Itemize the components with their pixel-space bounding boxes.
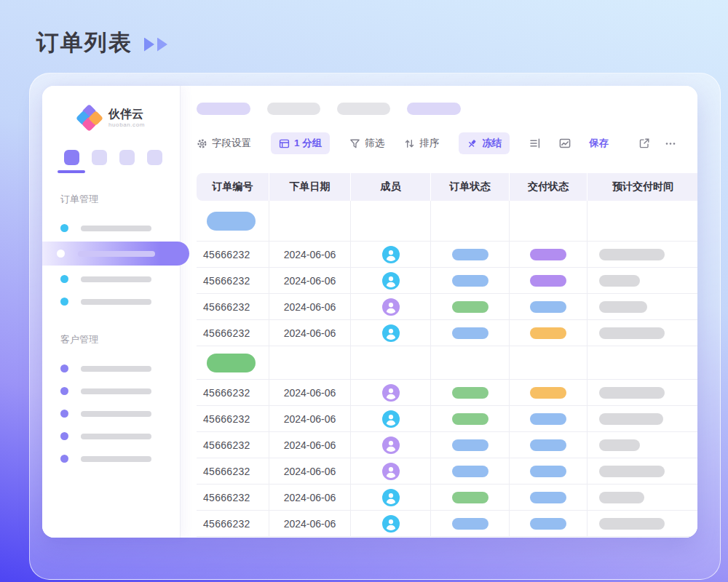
order-no-cell: 45666232 [197,406,269,431]
table-row[interactable]: 456662322024-06-06 [197,485,697,511]
delivery-status-badge [530,439,566,451]
order-date-cell: 2024-06-06 [269,485,351,510]
order-date-cell: 2024-06-06 [269,511,351,536]
order-no-cell: 45666232 [197,294,269,319]
group-button[interactable]: 1 分组 [271,132,330,154]
column-header-5[interactable]: 交付状态 [510,173,587,201]
more-button[interactable] [664,137,677,149]
workspace-tab-2[interactable] [92,150,107,165]
row-height-icon [529,137,541,149]
member-cell [351,511,431,536]
delivery-status-cell [510,458,587,484]
delivery-time-placeholder [599,466,665,477]
delivery-status-cell [510,432,587,458]
table-row[interactable]: 456662322024-06-06 [197,242,697,268]
order-no-cell: 45666232 [197,268,269,293]
workspace-tab-1[interactable] [64,150,79,165]
sidebar-section-label: 客户管理 [60,333,180,346]
table-row[interactable]: 456662322024-06-06 [197,511,697,537]
view-tab-3[interactable] [337,103,390,115]
delivery-time-cell [587,380,697,405]
delivery-status-cell [510,242,587,267]
sidebar-nav: 订单管理客户管理 [42,193,180,470]
sidebar-item[interactable] [42,268,180,290]
group-cell [351,346,431,379]
save-button[interactable]: 保存 [589,137,609,150]
column-header-4[interactable]: 订单状态 [431,173,510,201]
filter-button[interactable]: 筛选 [349,137,384,150]
brand-logo: 伙伴云 huoban.com [42,86,180,130]
group-badge[interactable] [207,212,256,231]
order-date-cell: 2024-06-06 [269,380,351,405]
sidebar-item-dot-icon [57,250,65,258]
view-tab-4[interactable] [407,103,461,115]
order-date-cell: 2024-06-06 [269,268,351,293]
sidebar-item[interactable] [42,447,180,470]
delivery-status-badge [530,466,566,477]
sidebar-item[interactable] [42,357,180,380]
order-no-cell: 45666232 [197,432,269,458]
workspace-tab-3[interactable] [119,150,135,165]
delivery-time-cell [587,406,697,431]
freeze-button[interactable]: 冻结 [459,132,510,154]
column-header-3[interactable]: 成员 [351,173,431,201]
delivery-time-placeholder [599,413,663,425]
order-status-badge [452,518,488,530]
group-cell [197,201,269,241]
delivery-status-badge [530,249,566,260]
sidebar-item-dot-icon [60,364,68,372]
column-header-1[interactable]: 订单编号 [197,173,269,201]
column-header-6[interactable]: 预计交付时间 [587,173,697,201]
view-tab-1[interactable] [197,103,250,115]
sidebar-item[interactable] [42,217,180,239]
sidebar-item-dot-icon [60,224,68,232]
table-row[interactable]: 456662322024-06-06 [197,320,697,346]
group-cell [197,346,269,379]
view-tabs [197,103,697,115]
sort-icon [404,138,415,149]
sidebar-item-label-placeholder [81,434,151,439]
sidebar-item[interactable] [42,380,180,402]
delivery-time-placeholder [599,275,640,287]
title-arrows-icon [144,38,167,52]
table-row[interactable]: 456662322024-06-06 [197,294,697,320]
share-button[interactable] [638,137,650,149]
sidebar-item[interactable] [42,425,180,447]
order-date-cell: 2024-06-06 [269,406,351,431]
member-avatar-icon [382,384,400,402]
delivery-time-cell [587,432,697,458]
chart-view-button[interactable] [559,137,571,149]
delivery-time-placeholder [599,439,640,451]
group-badge[interactable] [207,354,256,372]
group-cell [431,346,510,379]
app-window: 伙伴云 huoban.com 订单管理客户管理 字段设置 [42,86,697,538]
sidebar-item[interactable] [42,242,189,266]
table-row[interactable]: 456662322024-06-06 [197,406,697,432]
column-header-2[interactable]: 下单日期 [269,173,351,201]
field-settings-button[interactable]: 字段设置 [197,137,251,150]
delivery-status-badge [530,492,566,503]
delivery-status-badge [530,387,566,399]
sidebar: 伙伴云 huoban.com 订单管理客户管理 [42,86,181,538]
order-status-badge [452,439,488,451]
sidebar-item-label-placeholder [81,276,151,282]
workspace-tabs [64,150,180,165]
member-cell [351,242,431,267]
table-row[interactable]: 456662322024-06-06 [197,458,697,485]
table-row[interactable]: 456662322024-06-06 [197,432,697,458]
group-cell [431,201,510,241]
page-title: 订单列表 [36,28,132,58]
table-row[interactable]: 456662322024-06-06 [197,380,697,406]
delivery-status-cell [510,485,587,510]
sidebar-item-dot-icon [60,432,68,440]
view-tab-2[interactable] [267,103,320,115]
delivery-time-cell [587,294,697,319]
workspace-tab-4[interactable] [147,150,162,165]
member-avatar-icon [382,272,400,290]
table-row[interactable]: 456662322024-06-06 [197,268,697,294]
sidebar-item[interactable] [42,402,180,425]
brand-domain: huoban.com [108,121,145,128]
sort-button[interactable]: 排序 [404,137,439,150]
sidebar-item[interactable] [42,290,180,313]
row-height-button[interactable] [529,137,541,149]
